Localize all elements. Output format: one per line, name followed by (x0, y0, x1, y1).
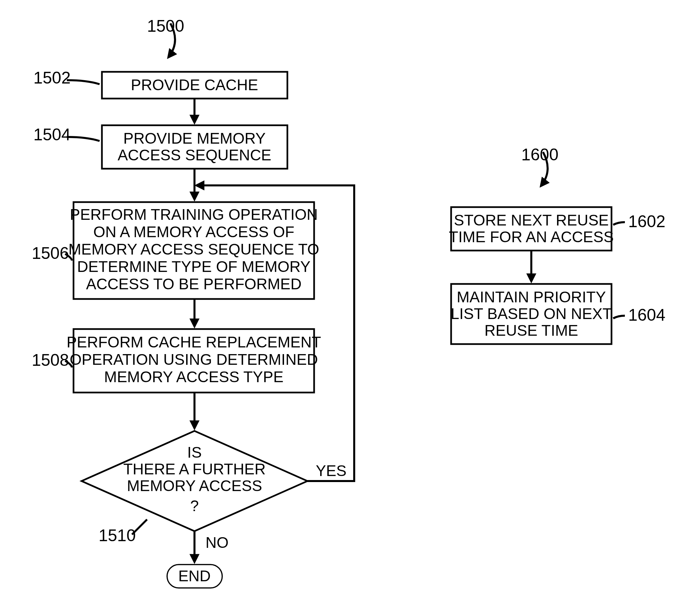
ref-1508: 1508 (32, 351, 69, 370)
flowchart-1600: 1600 STORE NEXT REUSE TIME FOR AN ACCESS… (449, 145, 665, 344)
end-terminal: END (167, 565, 222, 588)
dec-1510-line2: THERE A FURTHER (123, 460, 266, 478)
end-label: END (178, 567, 211, 584)
ref-1510: 1510 (99, 526, 136, 545)
ref-1504-lead (67, 137, 100, 141)
box-1508-line3: MEMORY ACCESS TYPE (104, 368, 284, 385)
flowchart-1500: 1500 PROVIDE CACHE 1502 PROVIDE MEMORY A… (32, 17, 354, 588)
dec-1510-line3: MEMORY ACCESS (127, 477, 262, 494)
box-1604-line2: LIST BASED ON NEXT (451, 305, 612, 322)
box-1506-line1: PERFORM TRAINING OPERATION (70, 206, 318, 223)
box-1504-line2: ACCESS SEQUENCE (118, 146, 271, 164)
decision-1510: IS THERE A FURTHER MEMORY ACCESS ? (82, 431, 307, 531)
box-1506-line4: DETERMINE TYPE OF MEMORY (77, 258, 311, 275)
ref-1506: 1506 (32, 244, 69, 263)
box-1504-line1: PROVIDE MEMORY (123, 130, 266, 147)
box-1502: PROVIDE CACHE (102, 72, 287, 99)
ref-1604: 1604 (628, 306, 665, 324)
dec-1510-line1: IS (187, 444, 201, 461)
box-1508: PERFORM CACHE REPLACEMENT OPERATION USIN… (66, 329, 321, 392)
box-1508-line2: OPERATION USING DETERMINED (70, 351, 318, 368)
box-1504: PROVIDE MEMORY ACCESS SEQUENCE (102, 125, 287, 169)
box-1506: PERFORM TRAINING OPERATION ON A MEMORY A… (69, 202, 319, 299)
box-1604: MAINTAIN PRIORITY LIST BASED ON NEXT REU… (451, 284, 612, 344)
ref-1504: 1504 (34, 125, 71, 144)
ref-1502-lead (67, 80, 100, 84)
dec-1510-line4: ? (190, 497, 199, 514)
box-1506-line5: ACCESS TO BE PERFORMED (86, 275, 302, 293)
yes-label: YES (316, 462, 347, 479)
box-1604-line1: MAINTAIN PRIORITY (457, 288, 606, 306)
ref-1502: 1502 (34, 68, 71, 87)
no-label: NO (206, 534, 229, 551)
box-1502-line1: PROVIDE CACHE (131, 76, 258, 94)
ref-1600: 1600 (521, 145, 558, 164)
box-1602-line1: STORE NEXT REUSE (454, 211, 609, 229)
ref-1604-lead (613, 316, 625, 318)
box-1602-line2: TIME FOR AN ACCESS (449, 228, 614, 245)
ref-1602-lead (613, 222, 625, 225)
box-1508-line1: PERFORM CACHE REPLACEMENT (66, 333, 321, 351)
box-1602: STORE NEXT REUSE TIME FOR AN ACCESS (449, 207, 614, 250)
ref-1500: 1500 (147, 17, 184, 35)
box-1604-line3: REUSE TIME (485, 322, 578, 339)
ref-1602: 1602 (628, 212, 665, 231)
box-1506-line3: MEMORY ACCESS SEQUENCE TO (69, 240, 319, 258)
box-1506-line2: ON A MEMORY ACCESS OF (93, 223, 295, 240)
